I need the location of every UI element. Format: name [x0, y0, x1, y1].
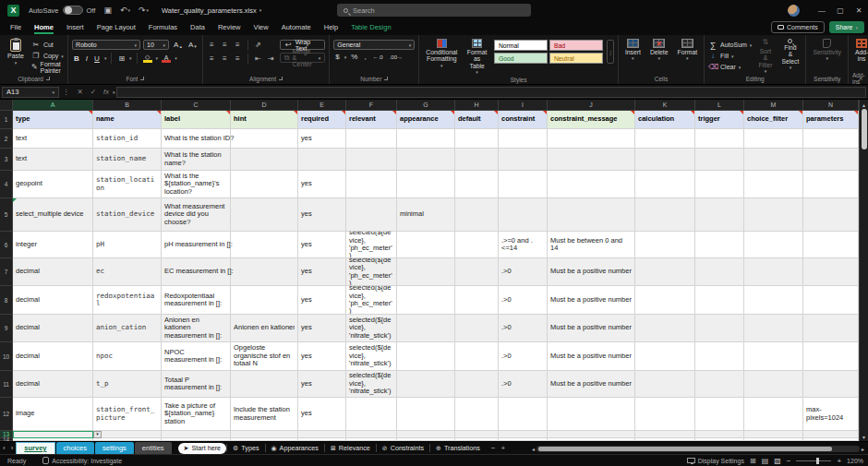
cell-C8[interactable]: Redoxpotentiaal measurement in []: [162, 286, 231, 315]
cell-G8[interactable] [397, 286, 455, 315]
cell-K1[interactable]: calculation [635, 111, 695, 129]
comma-style-button[interactable]: , [362, 53, 368, 61]
cell-D4[interactable] [231, 171, 298, 198]
row-header-11[interactable]: 11 [0, 371, 13, 398]
borders-button[interactable]: ⊞ [116, 54, 127, 63]
cell-J9[interactable]: Must be a positive number [548, 315, 635, 342]
cell-F8[interactable]: selected(${device}, 'ph_ec_meter') [346, 286, 397, 315]
zoom-in-button[interactable]: + [837, 457, 841, 465]
font-color-button[interactable]: A [161, 54, 172, 63]
confirm-entry-icon[interactable]: ✓ [87, 88, 100, 96]
page-break-view-button[interactable]: ▧ [774, 457, 781, 465]
format-painter-button[interactable]: ✎Format Painter [31, 62, 64, 72]
cell-J5[interactable] [548, 198, 635, 232]
cell-L3[interactable] [695, 149, 744, 171]
column-header-E[interactable]: E [298, 100, 346, 111]
cell-M6[interactable] [744, 232, 803, 258]
horizontal-scroll-track[interactable] [536, 446, 860, 452]
cell-E13[interactable] [298, 431, 346, 438]
cell-F13[interactable] [346, 431, 397, 438]
cell-E6[interactable]: yes [298, 232, 346, 258]
cell-J3[interactable] [548, 149, 635, 171]
cell-L9[interactable] [695, 315, 744, 342]
cell-I2[interactable] [499, 129, 548, 149]
vertical-scroll-thumb[interactable] [862, 109, 867, 149]
row-header-3[interactable]: 3 [0, 149, 13, 171]
format-as-table-button[interactable]: Format as Table ▾ [464, 38, 490, 77]
cell-M8[interactable] [744, 286, 803, 315]
cell-L7[interactable] [695, 258, 744, 286]
fill-color-button[interactable]: ◇ [142, 54, 153, 63]
align-center-button[interactable]: ≡ [220, 55, 230, 64]
decrease-indent-button[interactable]: ⇤ [253, 55, 263, 64]
cell-D7[interactable] [231, 258, 298, 286]
cell-F2[interactable] [346, 129, 397, 149]
cell-F9[interactable]: selected(${device}, 'nitrate_stick') [346, 315, 397, 342]
cell-I10[interactable]: .>0 [499, 342, 548, 371]
cell-H3[interactable] [455, 149, 499, 171]
cell-E7[interactable]: yes [298, 258, 346, 286]
cell-J4[interactable] [548, 171, 635, 198]
cell-L13[interactable] [695, 431, 744, 438]
cell-K10[interactable] [635, 342, 695, 371]
cell-E9[interactable]: yes [298, 315, 346, 342]
validation-dropdown-button[interactable]: ▾ [93, 431, 102, 438]
cell-K6[interactable] [635, 232, 695, 258]
cell-C4[interactable]: What is the ${station_name}'s location? [162, 171, 231, 198]
cell-B4[interactable]: station_location [93, 171, 162, 198]
sheet-tab-settings[interactable]: settings [95, 442, 134, 455]
horizontal-scrollbar[interactable]: ◂ ▸ [532, 445, 864, 452]
cell-M11[interactable] [744, 371, 803, 398]
cell-E10[interactable]: yes [298, 342, 346, 371]
cell-H2[interactable] [455, 129, 499, 149]
normal-view-button[interactable]: ⊞ [750, 457, 756, 465]
column-header-A[interactable]: A [13, 100, 93, 111]
cell-K13[interactable] [635, 431, 695, 438]
cell-G4[interactable] [397, 171, 455, 198]
cell-C11[interactable]: Totaal P measurement in []: [162, 371, 231, 398]
cell-M13[interactable] [744, 431, 803, 438]
align-right-button[interactable]: ≡ [233, 55, 243, 64]
fill-button[interactable]: ↓Fill▾ [708, 51, 752, 61]
cell-L1[interactable]: trigger [695, 111, 744, 129]
cell-M10[interactable] [744, 342, 803, 371]
italic-button[interactable]: I [84, 54, 90, 63]
minimize-button[interactable]: — [813, 0, 831, 20]
comments-button[interactable]: Comments [771, 21, 825, 33]
merge-center-button[interactable]: ⧉Merge & Center▾ [280, 53, 326, 63]
cell-E11[interactable]: yes [298, 371, 346, 398]
cell-K8[interactable] [635, 286, 695, 315]
cell-H6[interactable] [455, 232, 499, 258]
cell-I4[interactable] [499, 171, 548, 198]
copy-button[interactable]: ❐Copy▾ [31, 51, 64, 61]
column-header-N[interactable]: N [803, 100, 859, 111]
close-button[interactable]: ✕ [850, 0, 868, 20]
relevance-button[interactable]: ⊠Relevance [325, 443, 376, 454]
increase-font-button[interactable]: A▴ [172, 41, 184, 49]
cell-A10[interactable]: decimal [13, 342, 93, 371]
display-settings-button[interactable]: Display Settings [687, 458, 744, 464]
menu-tab-insert[interactable]: Insert [60, 21, 90, 34]
cell-D6[interactable] [231, 232, 298, 258]
cell-I3[interactable] [499, 149, 548, 171]
next-sheet-icon[interactable]: › [8, 444, 17, 452]
page-layout-view-button[interactable]: ▤ [762, 457, 769, 465]
cell-A12[interactable]: image [13, 398, 93, 431]
menu-tab-help[interactable]: Help [318, 21, 344, 34]
row-header-1[interactable]: 1 [0, 111, 13, 129]
cell-C12[interactable]: Take a picture of ${station_name} statio… [162, 398, 231, 431]
cell-D10[interactable]: Opgeloste organische stof en totaal N [231, 342, 298, 371]
cell-I11[interactable]: .>0 [499, 371, 548, 398]
column-header-J[interactable]: J [548, 100, 635, 111]
font-size-select[interactable]: 10▾ [143, 40, 169, 50]
cell-G13[interactable] [397, 431, 455, 438]
scroll-right-icon[interactable]: ▸ [862, 446, 864, 452]
cell-A9[interactable]: decimal [13, 315, 93, 342]
cell-I8[interactable]: .>0 [499, 286, 548, 315]
align-middle-button[interactable]: ≡ [220, 42, 230, 50]
cell-B7[interactable]: ec [93, 258, 162, 286]
formula-input[interactable] [116, 87, 866, 98]
cell-I6[interactable]: .>=0 and .<=14 [499, 232, 548, 258]
cell-H4[interactable] [455, 171, 499, 198]
conditional-formatting-button[interactable]: Conditional Formatting ▾ [423, 38, 460, 69]
